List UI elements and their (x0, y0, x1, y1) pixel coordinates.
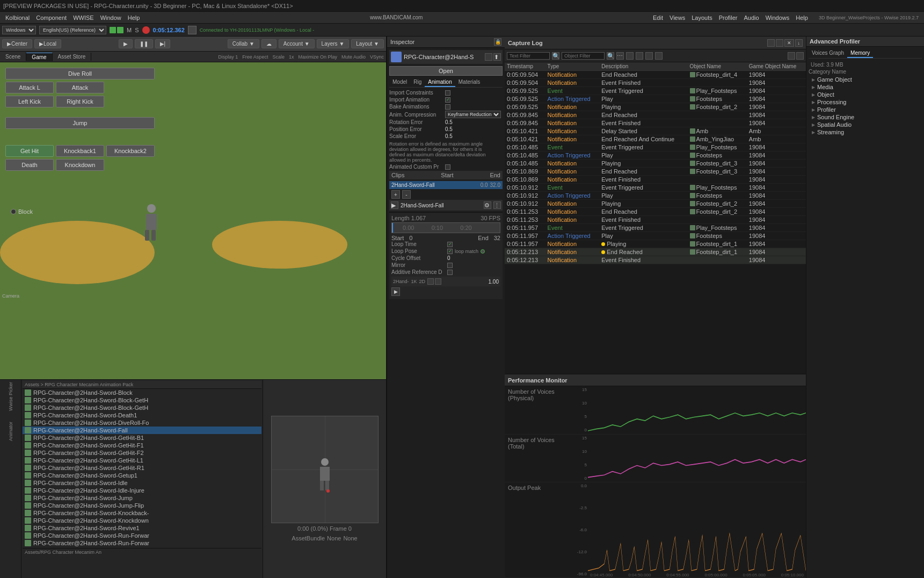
log-table-row[interactable]: 0:05:09.845 Notification Event Finished … (505, 119, 806, 127)
asset-item[interactable]: RPG-Character@2Hand-Sword-Run-Forwar (23, 532, 261, 539)
knockdown-button[interactable]: Knockdown (56, 159, 104, 171)
adv-category-item[interactable]: ▶Object (809, 91, 922, 98)
log-table-row[interactable]: 0:05:11.253 Notification Event Finished … (505, 216, 806, 224)
asset-item[interactable]: RPG-Character@2Hand-Sword-GetHit-B1 (23, 434, 261, 442)
log-table-row[interactable]: 0:05:09.504 Notification Event Finished … (505, 79, 806, 87)
menu-layouts[interactable]: Layouts (688, 15, 716, 21)
asset-item[interactable]: RPG-Character@2Hand-Sword-Jump-Flip (23, 502, 261, 509)
timeline-icon1[interactable] (427, 278, 434, 285)
log-table-row[interactable]: 0:05:10.421 Notification End Reached And… (505, 135, 806, 143)
adv-category-item[interactable]: ▶Profiler (809, 106, 922, 113)
menu-wwise[interactable]: WWISE (70, 15, 97, 21)
menu-kolbional[interactable]: Kolbional (2, 15, 33, 21)
tab-model[interactable]: Model (389, 78, 410, 87)
menu-profiler[interactable]: Profiler (716, 15, 741, 21)
log-table-row[interactable]: 0:05:10.485 Action Triggered Play Footst… (505, 151, 806, 160)
log-table-row[interactable]: 0:05:10.869 Notification Event Finished … (505, 176, 806, 184)
object-filter-search-icon[interactable]: 🔍 (607, 52, 614, 60)
asset-item[interactable]: RPG-Character@2Hand-Sword-Block-GetH (23, 396, 261, 404)
log-right-icon1[interactable] (788, 52, 795, 60)
log-table-row[interactable]: 0:05:11.957 Action Triggered Play Footst… (505, 232, 806, 240)
asset-item[interactable]: RPG-Character@2Hand-Sword-Jump (23, 494, 261, 502)
asset-item[interactable]: RPG-Character@2Hand-Sword-Knockdown (23, 517, 261, 524)
asset-item[interactable]: RPG-Character@2Hand-Sword-Fall (23, 427, 261, 434)
step-button[interactable]: ▶| (155, 39, 171, 48)
mute-audio[interactable]: Mute Audio (339, 54, 368, 60)
asset-item[interactable]: RPG-Character@2Hand-Sword-Revive1 (23, 524, 261, 532)
log-table-row[interactable]: 0:05:10.912 Notification Playing Footste… (505, 200, 806, 208)
account-button[interactable]: Account ▼ (279, 39, 315, 48)
filter-icon5[interactable] (655, 52, 663, 60)
anim-compression-select[interactable]: Keyframe Reduction (445, 111, 501, 118)
record-button[interactable] (142, 26, 150, 34)
log-table-row[interactable]: 0:05:09.525 Notification Playing Footste… (505, 103, 806, 111)
log-table-row[interactable]: 0:05:10.485 Event Event Triggered Play_F… (505, 143, 806, 151)
adv-category-item[interactable]: ▶Spatial Audio (809, 121, 922, 128)
log-table-row[interactable]: 0:05:10.912 Event Event Triggered Play_F… (505, 184, 806, 192)
tab-scene[interactable]: Scene (0, 53, 26, 61)
asset-item[interactable]: RPG-Character@2Hand-Sword-GetHit-L1 (23, 457, 261, 464)
jump-button[interactable]: Jump (5, 117, 155, 129)
pause-button[interactable]: ❚❚ (135, 39, 153, 48)
anim-settings-icon[interactable]: ⚙ (484, 201, 491, 209)
menu-views[interactable]: Views (666, 15, 688, 21)
timeline-icon2[interactable] (435, 278, 441, 285)
maximize-on-play[interactable]: Maximize On Play (296, 54, 339, 60)
asset-item[interactable]: RPG-Character@2Hand-Sword-Death1 (23, 411, 261, 419)
adv-category-item[interactable]: ▶Sound Engine (809, 113, 922, 121)
loop-time-checkbox[interactable]: ✓ (447, 242, 453, 247)
open-button[interactable]: Open (389, 66, 503, 76)
add-clip-button[interactable]: + (391, 190, 400, 199)
settings-icon[interactable] (485, 53, 492, 61)
log-table-row[interactable]: 0:05:09.525 Event Event Triggered Play_F… (505, 87, 806, 95)
log-export-btn[interactable]: ↓ (795, 39, 803, 47)
dive-roll-button[interactable]: Dive Roll (5, 68, 155, 80)
asset-item[interactable]: RPG-Character@2Hand-Sword-GetHit-F2 (23, 449, 261, 457)
block-radio[interactable] (11, 209, 16, 214)
tab-rig[interactable]: Rig (410, 78, 425, 87)
object-filter-input[interactable] (562, 52, 605, 60)
knockback1-button[interactable]: Knockback1 (56, 145, 104, 157)
remove-clip-button[interactable]: - (402, 190, 411, 199)
right-kick-button[interactable]: Right Kick (56, 96, 104, 107)
asset-item[interactable]: RPG-Character@2Hand-Sword-GetHit-F1 (23, 442, 261, 449)
asset-item[interactable]: RPG-Character@2Hand-Sword-Block (23, 389, 261, 396)
collab-button[interactable]: Collab ▼ (228, 39, 259, 48)
menu-audio[interactable]: Audio (741, 15, 762, 21)
menu-help-wwise[interactable]: Help (792, 15, 811, 21)
log-icon2[interactable] (776, 39, 783, 47)
filter-icon2[interactable] (626, 52, 634, 60)
knockback2-button[interactable]: Knockback2 (106, 145, 155, 157)
import-animation-checkbox[interactable]: ✓ (445, 97, 450, 103)
asset-item[interactable]: RPG-Character@2Hand-Sword-Idle-Injure (23, 487, 261, 494)
center-button[interactable]: ▶Center (2, 39, 32, 48)
asset-item[interactable]: RPG-Character@2Hand-Sword-Getup1 (23, 472, 261, 479)
lock-icon[interactable]: 🔒 (494, 38, 501, 46)
adv-category-item[interactable]: ▶Media (809, 83, 922, 91)
attack-l-button[interactable]: Attack L (5, 82, 54, 93)
filter-search-icon[interactable]: 🔍 (552, 52, 559, 60)
loop-pose-checkbox[interactable]: ✓ (447, 249, 453, 254)
menu-help-unity[interactable]: Help (125, 15, 143, 21)
log-table-row[interactable]: 0:05:09.845 Notification End Reached 190… (505, 111, 806, 119)
additive-ref-checkbox[interactable] (447, 270, 453, 275)
log-table-row[interactable]: 0:05:09.504 Notification End Reached Foo… (505, 71, 806, 79)
anim-custom-checkbox[interactable] (445, 164, 450, 170)
menu-window[interactable]: Window (97, 15, 125, 21)
log-table-row[interactable]: 0:05:12.213 Notification End Reached Foo… (505, 248, 806, 256)
filter-icon4[interactable] (645, 52, 653, 60)
lang-select[interactable]: English(US) (Reference) (39, 26, 106, 34)
services-button[interactable]: ☁ (261, 39, 277, 48)
adv-category-item[interactable]: ▶Streaming (809, 128, 922, 136)
death-button[interactable]: Death (5, 159, 54, 171)
local-button[interactable]: ▶Local (34, 39, 61, 48)
adv-category-item[interactable]: ▶Processing (809, 98, 922, 106)
mirror-checkbox[interactable] (447, 263, 453, 268)
log-table-row[interactable]: 0:05:11.253 Notification End Reached Foo… (505, 208, 806, 216)
log-right-icon2[interactable] (796, 52, 804, 60)
play-icon[interactable]: ▶ (391, 201, 398, 209)
filter-icon3[interactable] (636, 52, 643, 60)
log-table-row[interactable]: 0:05:11.957 Event Event Triggered Play_F… (505, 224, 806, 232)
clip-row-selected[interactable]: 2Hand-Sword-Fall 0.0 32.0 (389, 181, 503, 189)
open-icon[interactable]: ⬆ (493, 53, 501, 61)
